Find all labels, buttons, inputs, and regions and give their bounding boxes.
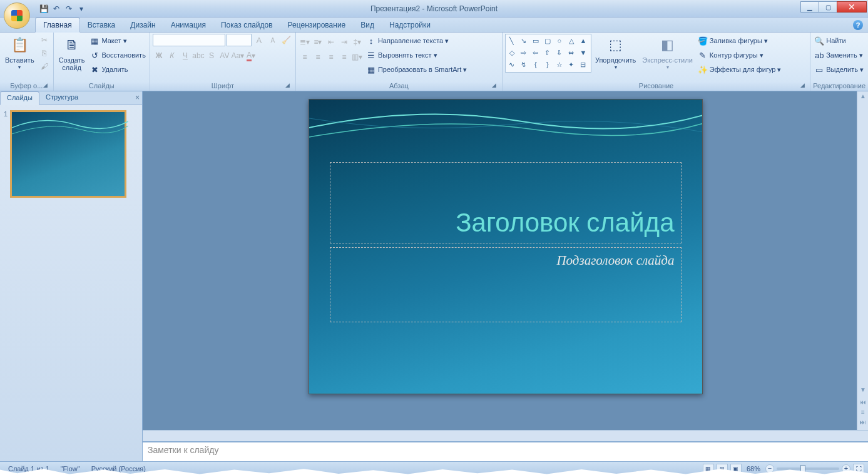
shape-arrow-icon[interactable]: ↘ xyxy=(519,36,529,46)
format-painter-button[interactable]: 🖌 xyxy=(38,60,51,73)
shape-connector-icon[interactable]: ↯ xyxy=(519,59,529,69)
thumbnail-item[interactable]: 1 xyxy=(4,110,138,198)
panel-tab-slides[interactable]: Слайды xyxy=(0,91,39,105)
paste-button[interactable]: 📋 Вставить ▾ xyxy=(3,34,37,73)
maximize-button[interactable]: ▢ xyxy=(819,1,837,13)
subtitle-placeholder[interactable]: Подзаголовок слайда xyxy=(330,247,682,322)
shape-effects-button[interactable]: ✨Эффекты для фигур ▾ xyxy=(697,63,783,76)
shadow-button[interactable]: S xyxy=(205,49,218,62)
bold-button[interactable]: Ж xyxy=(153,49,165,62)
align-left-button[interactable]: ≡ xyxy=(299,51,311,63)
tab-slideshow[interactable]: Показ слайдов xyxy=(213,18,280,32)
shape-ellipse-icon[interactable]: ○ xyxy=(554,36,564,46)
scroll-up-icon[interactable]: ▲ xyxy=(859,93,867,101)
char-spacing-button[interactable]: AV xyxy=(218,49,231,62)
shape-diamond-icon[interactable]: ◇ xyxy=(507,48,517,58)
align-text-button[interactable]: ☰Выровнять текст ▾ xyxy=(365,48,468,62)
quick-styles-button[interactable]: ◧ Экспресс-стили▾ xyxy=(640,34,695,73)
next-slide-icon[interactable]: ⏭ xyxy=(859,419,867,427)
text-direction-button[interactable]: ↕Направление текста ▾ xyxy=(365,34,468,48)
title-placeholder[interactable]: Заголовок слайда xyxy=(330,162,682,243)
nav-menu-icon[interactable]: ≡ xyxy=(859,409,867,417)
columns-button[interactable]: ▥▾ xyxy=(351,51,364,63)
tab-view[interactable]: Вид xyxy=(353,18,382,32)
underline-button[interactable]: Ч xyxy=(179,49,191,62)
panel-close-button[interactable]: × xyxy=(135,93,140,102)
redo-icon[interactable]: ↷ xyxy=(64,4,74,14)
shape-outline-button[interactable]: ✎Контур фигуры ▾ xyxy=(697,48,783,62)
italic-button[interactable]: К xyxy=(166,49,178,62)
font-size-combo[interactable] xyxy=(227,34,252,46)
tab-addins[interactable]: Надстройки xyxy=(382,18,438,32)
tab-design[interactable]: Дизайн xyxy=(123,18,163,32)
shape-brace-icon[interactable]: { xyxy=(531,59,541,69)
convert-smartart-button[interactable]: ▦Преобразовать в SmartArt ▾ xyxy=(365,63,468,76)
tab-insert[interactable]: Вставка xyxy=(80,18,123,32)
zoom-thumb[interactable] xyxy=(800,465,805,472)
layout-button[interactable]: ▦Макет ▾ xyxy=(88,34,146,48)
numbering-button[interactable]: ≡▾ xyxy=(312,36,324,48)
clipboard-dialog-launcher[interactable]: ◢ xyxy=(42,82,49,89)
cut-button[interactable]: ✂ xyxy=(38,34,51,46)
zoom-value[interactable]: 68% xyxy=(747,465,760,472)
minimize-button[interactable]: ▁ xyxy=(800,1,819,13)
shape-more1-icon[interactable]: ▲ xyxy=(578,36,588,46)
shape-more3-icon[interactable]: ⊟ xyxy=(578,59,588,69)
prev-slide-icon[interactable]: ⏮ xyxy=(859,399,867,407)
line-spacing-button[interactable]: ‡▾ xyxy=(351,36,364,48)
shape-lrarrow-icon[interactable]: ⇔ xyxy=(566,48,576,58)
tab-review[interactable]: Рецензирование xyxy=(280,18,354,32)
close-button[interactable]: ✕ xyxy=(837,1,867,13)
change-case-button[interactable]: Aa▾ xyxy=(232,49,244,62)
paragraph-dialog-launcher[interactable]: ◢ xyxy=(491,82,498,89)
justify-button[interactable]: ≡ xyxy=(338,51,350,63)
find-button[interactable]: 🔍Найти xyxy=(813,34,865,48)
decrease-indent-button[interactable]: ⇤ xyxy=(325,36,337,48)
thumbnail-preview[interactable] xyxy=(10,110,126,198)
shape-roundrect-icon[interactable]: ▢ xyxy=(543,36,553,46)
slide-canvas[interactable]: Заголовок слайда Подзаголовок слайда xyxy=(309,99,703,394)
increase-indent-button[interactable]: ⇥ xyxy=(338,36,350,48)
shape-triangle-icon[interactable]: △ xyxy=(566,36,576,46)
tab-home[interactable]: Главная xyxy=(35,18,80,33)
shape-curve-icon[interactable]: ∿ xyxy=(507,59,517,69)
shape-more2-icon[interactable]: ▼ xyxy=(578,48,588,58)
zoom-out-button[interactable]: − xyxy=(765,464,774,473)
align-right-button[interactable]: ≡ xyxy=(325,51,337,63)
shape-brace2-icon[interactable]: } xyxy=(543,59,553,69)
shape-fill-button[interactable]: 🪣Заливка фигуры ▾ xyxy=(697,34,783,48)
tab-animation[interactable]: Анимация xyxy=(163,18,213,32)
align-center-button[interactable]: ≡ xyxy=(312,51,324,63)
strike-button[interactable]: abc xyxy=(192,49,205,62)
canvas-scroll[interactable]: Заголовок слайда Подзаголовок слайда ▲ ▼… xyxy=(143,91,868,430)
office-button[interactable] xyxy=(4,3,30,29)
panel-tab-outline[interactable]: Структура xyxy=(39,91,84,105)
qat-more-icon[interactable]: ▾ xyxy=(76,4,86,14)
font-dialog-launcher[interactable]: ◢ xyxy=(284,82,292,89)
zoom-slider[interactable] xyxy=(777,467,839,470)
delete-slide-button[interactable]: ✖Удалить xyxy=(88,63,146,76)
new-slide-button[interactable]: 🗎 Создать слайд xyxy=(56,34,88,73)
font-color-button[interactable]: A▾ xyxy=(245,49,257,62)
grow-font-button[interactable]: A xyxy=(253,34,265,46)
help-button[interactable]: ? xyxy=(853,20,863,30)
select-button[interactable]: ▭Выделить ▾ xyxy=(813,63,865,76)
horizontal-scrollbar[interactable] xyxy=(143,430,868,441)
shape-rarrow-icon[interactable]: ⇨ xyxy=(519,48,529,58)
shape-darrow-icon[interactable]: ⇩ xyxy=(554,48,564,58)
shape-star-icon[interactable]: ☆ xyxy=(554,59,564,69)
bullets-button[interactable]: ≣▾ xyxy=(299,36,311,48)
font-family-combo[interactable] xyxy=(153,34,225,46)
shape-line-icon[interactable]: ╲ xyxy=(507,36,517,46)
shrink-font-button[interactable]: A xyxy=(267,34,279,46)
reset-button[interactable]: ↺Восстановить xyxy=(88,48,146,62)
notes-pane[interactable]: Заметки к слайду xyxy=(143,441,868,461)
replace-button[interactable]: abЗаменить ▾ xyxy=(813,48,865,62)
shape-callout-icon[interactable]: ✦ xyxy=(566,59,576,69)
copy-button[interactable]: ⎘ xyxy=(38,47,51,59)
drawing-dialog-launcher[interactable]: ◢ xyxy=(799,82,806,89)
shape-rect-icon[interactable]: ▭ xyxy=(531,36,541,46)
scroll-down-icon[interactable]: ▼ xyxy=(859,386,867,395)
shapes-gallery[interactable]: ╲↘▭▢○△▲ ◇⇨⇦⇧⇩⇔▼ ∿↯{}☆✦⊟ xyxy=(505,34,591,73)
status-theme[interactable]: "Flow" xyxy=(56,464,84,473)
